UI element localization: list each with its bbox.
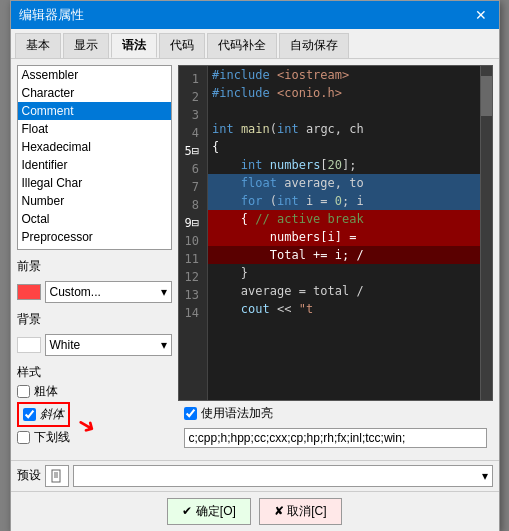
list-item-hexadecimal[interactable]: Hexadecimal bbox=[18, 138, 171, 156]
ln-10: 10 bbox=[183, 232, 203, 250]
code-line-14: cout << "t bbox=[208, 300, 480, 318]
background-swatch bbox=[17, 337, 41, 353]
bold-row: 粗体 bbox=[17, 383, 172, 400]
ln-4: 4 bbox=[183, 124, 203, 142]
background-select[interactable]: White ▾ bbox=[45, 334, 172, 356]
list-item-preprocessor[interactable]: Preprocessor bbox=[18, 228, 171, 246]
syntax-highlight-row: 使用语法加亮 bbox=[178, 401, 493, 426]
ln-13: 13 bbox=[183, 286, 203, 304]
ln-3: 3 bbox=[183, 106, 203, 124]
dialog-title: 编辑器属性 bbox=[19, 6, 84, 24]
close-button[interactable]: ✕ bbox=[471, 5, 491, 25]
code-line-9: { // active break bbox=[208, 210, 480, 228]
line-numbers: 1 2 3 4 5⊟ 6 7 8 9⊟ 10 11 12 13 14 bbox=[179, 66, 208, 400]
ln-6: 6 bbox=[183, 160, 203, 178]
italic-highlight-box: 斜体 bbox=[17, 402, 70, 427]
bold-label: 粗体 bbox=[34, 383, 58, 400]
syntax-highlight-check: 使用语法加亮 bbox=[184, 405, 273, 422]
tab-bar: 基本 显示 语法 代码 代码补全 自动保存 bbox=[11, 29, 499, 59]
chevron-down-icon-bg: ▾ bbox=[161, 338, 167, 352]
preset-label: 预设 bbox=[17, 467, 41, 484]
background-row: White ▾ bbox=[17, 334, 172, 356]
list-item-character[interactable]: Character bbox=[18, 84, 171, 102]
foreground-swatch bbox=[17, 284, 41, 300]
list-item-reservedword[interactable]: Reserved Word bbox=[18, 246, 171, 250]
syntax-highlight-label: 使用语法加亮 bbox=[201, 405, 273, 422]
chevron-down-icon: ▾ bbox=[161, 285, 167, 299]
list-item-comment[interactable]: Comment bbox=[18, 102, 171, 120]
list-item-float[interactable]: Float bbox=[18, 120, 171, 138]
tab-display[interactable]: 显示 bbox=[63, 33, 109, 58]
code-line-6: int numbers[20]; bbox=[208, 156, 480, 174]
code-line-3 bbox=[208, 102, 480, 120]
foreground-label: 前景 bbox=[17, 258, 172, 275]
ln-8: 8 bbox=[183, 196, 203, 214]
ln-2: 2 bbox=[183, 88, 203, 106]
list-item-number[interactable]: Number bbox=[18, 192, 171, 210]
foreground-select[interactable]: Custom... ▾ bbox=[45, 281, 172, 303]
ln-1: 1 bbox=[183, 70, 203, 88]
extensions-input[interactable] bbox=[184, 428, 487, 448]
document-icon bbox=[50, 469, 64, 483]
list-item-octal[interactable]: Octal bbox=[18, 210, 171, 228]
list-item-assembler[interactable]: Assembler bbox=[18, 66, 171, 84]
underline-label: 下划线 bbox=[34, 429, 70, 446]
code-line-11: Total += i; / bbox=[208, 246, 480, 264]
style-section: 样式 粗体 斜体 下划线 bbox=[17, 364, 172, 448]
preset-section: 预设 ▾ bbox=[11, 460, 499, 491]
cancel-button[interactable]: ✘ 取消[C] bbox=[259, 498, 342, 525]
confirm-button[interactable]: ✔ 确定[O] bbox=[167, 498, 250, 525]
chevron-down-icon-preset: ▾ bbox=[482, 469, 488, 483]
tab-autosave[interactable]: 自动保存 bbox=[279, 33, 349, 58]
syntax-highlight-checkbox[interactable] bbox=[184, 407, 197, 420]
ln-14: 14 bbox=[183, 304, 203, 322]
code-editor[interactable]: 1 2 3 4 5⊟ 6 7 8 9⊟ 10 11 12 13 14 bbox=[178, 65, 493, 401]
syntax-list[interactable]: Assembler Character Comment Float Hexade… bbox=[17, 65, 172, 250]
bold-checkbox[interactable] bbox=[17, 385, 30, 398]
ln-9: 9⊟ bbox=[183, 214, 203, 232]
underline-row: 下划线 bbox=[17, 429, 172, 446]
code-line-13: average = total / bbox=[208, 282, 480, 300]
svg-rect-0 bbox=[52, 470, 60, 482]
foreground-row: Custom... ▾ bbox=[17, 281, 172, 303]
left-panel: Assembler Character Comment Float Hexade… bbox=[17, 65, 172, 452]
list-item-illegalchar[interactable]: Illegal Char bbox=[18, 174, 171, 192]
code-line-10: numbers[i] = bbox=[208, 228, 480, 246]
tab-basic[interactable]: 基本 bbox=[15, 33, 61, 58]
title-bar: 编辑器属性 ✕ bbox=[11, 1, 499, 29]
scrollbar-vertical[interactable] bbox=[480, 66, 492, 400]
code-line-8: for (int i = 0; i bbox=[208, 192, 480, 210]
list-item-identifier[interactable]: Identifier bbox=[18, 156, 171, 174]
right-panel: 1 2 3 4 5⊟ 6 7 8 9⊟ 10 11 12 13 14 bbox=[178, 65, 493, 452]
ln-5: 5⊟ bbox=[183, 142, 203, 160]
tab-autocomplete[interactable]: 代码补全 bbox=[207, 33, 277, 58]
underline-checkbox[interactable] bbox=[17, 431, 30, 444]
preset-select[interactable]: ▾ bbox=[73, 465, 493, 487]
tab-code[interactable]: 代码 bbox=[159, 33, 205, 58]
code-line-1: #include <iostream> bbox=[208, 66, 480, 84]
ln-7: 7 bbox=[183, 178, 203, 196]
italic-checkbox[interactable] bbox=[23, 408, 36, 421]
code-area: #include <iostream> #include <conio.h> i… bbox=[208, 66, 480, 400]
background-label: 背景 bbox=[17, 311, 172, 328]
button-row: ✔ 确定[O] ✘ 取消[C] bbox=[11, 491, 499, 531]
italic-label: 斜体 bbox=[40, 406, 64, 423]
editor-properties-dialog: 编辑器属性 ✕ 基本 显示 语法 代码 代码补全 自动保存 Assembler … bbox=[10, 0, 500, 531]
ln-12: 12 bbox=[183, 268, 203, 286]
code-line-2: #include <conio.h> bbox=[208, 84, 480, 102]
ln-11: 11 bbox=[183, 250, 203, 268]
code-line-5: { bbox=[208, 138, 480, 156]
tab-syntax[interactable]: 语法 bbox=[111, 33, 157, 58]
code-line-12: } bbox=[208, 264, 480, 282]
main-content: Assembler Character Comment Float Hexade… bbox=[11, 59, 499, 458]
code-line-7: float average, to bbox=[208, 174, 480, 192]
preset-icon-button[interactable] bbox=[45, 465, 69, 487]
extensions-row bbox=[178, 426, 493, 452]
code-line-4: int main(int argc, ch bbox=[208, 120, 480, 138]
scrollbar-thumb[interactable] bbox=[481, 76, 492, 116]
style-label: 样式 bbox=[17, 364, 172, 381]
